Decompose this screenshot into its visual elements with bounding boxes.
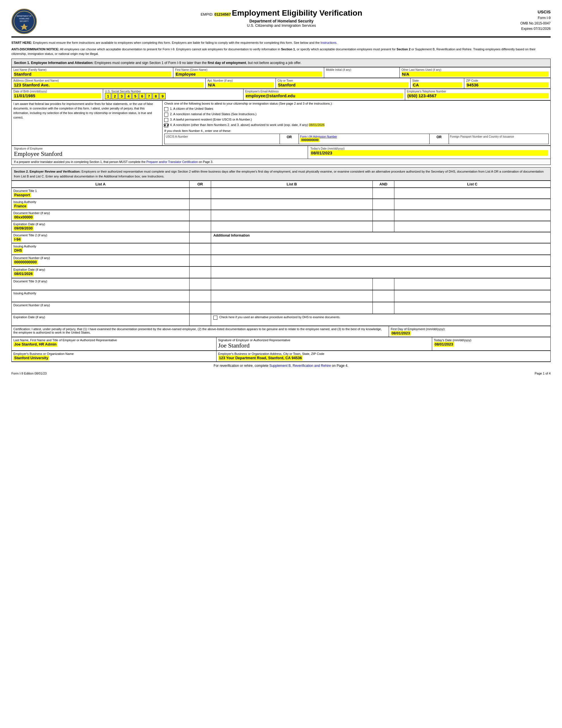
- dob-cell: Date of Birth (mm/dd/yyyy) 11/01/1985: [12, 89, 103, 100]
- issuing3-table: Issuing Authority: [11, 290, 551, 302]
- agency-name: U.S. Citizenship and Immigration Service…: [43, 23, 520, 28]
- issuing3-value: [13, 295, 188, 301]
- email-value: employee@stanford.edu: [245, 93, 403, 98]
- dob-ssn-row-table: Date of Birth (mm/dd/yyyy) 11/01/1985 U.…: [11, 89, 551, 100]
- docnum1-listc-cell: [394, 210, 550, 221]
- docnum1-table: Document Number (if any) 00xx00000: [11, 210, 551, 221]
- page-footer: Form I-9 Edition 08/01/23 Page 1 of 4: [11, 372, 551, 375]
- doc2-title-value: I-94: [13, 237, 21, 242]
- uscis-a-label: USCIS A-Number: [166, 135, 279, 138]
- preparer-note: If a preparer and/or translator assisted…: [11, 159, 551, 165]
- expiry1-table: Expiration Date (if any) 09/09/2030: [11, 221, 551, 232]
- section2-header: Section 2. Employer Review and Verificat…: [11, 167, 551, 181]
- ssn-boxes: 1 2 3 4 5 6 7 8 9: [105, 93, 241, 99]
- ssn-digit-8: 8: [153, 93, 159, 99]
- last-name-cell: Last Name (Family Name) Stanford: [12, 67, 173, 78]
- issuing3-cell: Issuing Authority: [12, 290, 190, 302]
- additional-info-content: [211, 243, 550, 255]
- employer-sig-value: Joe Stanford: [218, 342, 250, 349]
- omb-number: OMB No.1615-0047: [520, 21, 551, 26]
- or2-label: OR: [429, 134, 449, 144]
- middle-initial-cell: Middle Initial (if any): [324, 67, 400, 78]
- docnum3-value: [13, 307, 188, 313]
- first-name-value: Employee: [175, 71, 322, 77]
- docnum3-label: Document Number (if any): [13, 303, 50, 307]
- state-label: State: [412, 79, 462, 82]
- issuing1-value: France: [13, 204, 27, 208]
- checkbox1[interactable]: [164, 107, 168, 111]
- uscis-a-value: [166, 138, 279, 143]
- empid-label: EMPID:: [201, 12, 214, 16]
- issuing3-listb-cell: [211, 290, 372, 302]
- or-mid-10: [190, 290, 211, 302]
- header-right: USCIS Form I-9 OMB No.1615-0047 Expires …: [520, 9, 551, 32]
- list-a-header: List A: [12, 181, 190, 188]
- header-center: EMPID: 01234567 Employment Eligibility V…: [43, 9, 520, 28]
- email-label: Employee's Email Address: [245, 90, 403, 93]
- employer-sig-table: Last Name, First Name and Title of Emplo…: [11, 337, 551, 351]
- form94-cell: Form I-94 Admission Number 0000000000: [299, 134, 430, 144]
- and-mid-2: [372, 199, 394, 210]
- ssn-digit-2: 2: [112, 93, 118, 99]
- uscis-a-cell: USCIS A-Number: [165, 134, 280, 144]
- expiry1-listc-cell: [394, 221, 550, 232]
- empid-value: 01234567: [215, 12, 231, 16]
- checkbox3-row: 3. A lawful permanent resident (Enter US…: [164, 118, 549, 122]
- last-name-value: Stanford: [13, 71, 171, 77]
- or-mid-2: [190, 199, 211, 210]
- issuing2-cell: Issuing Authority DHS: [12, 243, 190, 255]
- docnum2-cell: Document Number (if any) 00000000000: [12, 255, 190, 266]
- address-row-table: Address (Street Number and Name) 123 Sta…: [11, 78, 551, 89]
- attestation-instruction: Check one of the following boxes to atte…: [164, 102, 549, 105]
- expiry2-cell: Expiration Date (if any) 08/01/2026: [12, 267, 190, 278]
- city-value: Stanford: [278, 82, 408, 88]
- preparer-link[interactable]: Preparer and/or Translator Certification: [146, 160, 198, 164]
- employer-name-label: Last Name, First Name and Title of Emplo…: [13, 338, 117, 342]
- phone-value: (650) 123-4567: [407, 93, 549, 98]
- dob-value: 11/01/1985: [13, 93, 101, 98]
- issuing2-value: DHS: [13, 248, 23, 253]
- employer-sig-cell: Signature of Employer or Authorized Repr…: [216, 337, 432, 351]
- expiry3-value: [13, 319, 188, 324]
- attestation-left: I am aware that federal law provides for…: [12, 101, 163, 146]
- and-mid-10: [372, 290, 394, 302]
- expiry3-label: Expiration Date (if any): [13, 315, 45, 319]
- today-date-cell: Today's Date (mm/dd/yyyy) 08/01/2023: [308, 146, 551, 159]
- checkbox1-label: 1. A citizen of the United States: [170, 107, 213, 110]
- checkbox4[interactable]: ✕: [164, 123, 168, 127]
- or-mid-3: [190, 210, 211, 221]
- or-mid-5: [190, 232, 211, 243]
- doc1-listb-cell: [211, 188, 372, 199]
- today-date-label: Today's Date (mm/dd/yyyy): [310, 147, 548, 150]
- other-names-cell: Other Last Names Used (if any) N/A: [399, 67, 550, 78]
- and-separator: AND: [372, 181, 394, 188]
- attestation-table: I am aware that federal law provides for…: [11, 100, 551, 146]
- instructions-link[interactable]: Instructions.: [320, 41, 337, 44]
- section1-header: Section 1. Employee Information and Atte…: [11, 59, 551, 67]
- and-mid-3: [372, 210, 394, 221]
- checkbox3[interactable]: [164, 118, 168, 122]
- first-day-cell: First Day of Employment (mm/dd/yyyy): 08…: [389, 326, 550, 337]
- doc3-table: Document Title 3 (if any): [11, 278, 551, 290]
- doc2-title-cell: Document Title 2 (if any) I-94: [12, 232, 190, 243]
- work-until-date: 08/01/2026: [309, 123, 324, 127]
- alt-procedure-checkbox[interactable]: [214, 316, 217, 320]
- address-label: Address (Street Number and Name): [13, 79, 204, 82]
- zip-cell: ZIP Code 94536: [464, 78, 551, 89]
- issuing2-label: Issuing Authority: [13, 245, 36, 248]
- passport-label: Foreign Passport Number and Country of I…: [450, 135, 548, 138]
- docnum1-cell: Document Number (if any) 00xx00000: [12, 210, 190, 221]
- supplement-b-link[interactable]: Supplement B, Reverification and Rehire: [270, 364, 331, 368]
- checkbox4-label: 4. A noncitizen (other than Item Numbers…: [170, 123, 324, 127]
- zip-value: 94536: [466, 82, 549, 88]
- ssn-digit-3: 3: [119, 93, 125, 99]
- alt-procedure-text: Check here if you used an alternative pr…: [219, 315, 340, 319]
- passport-cell: Foreign Passport Number and Country of I…: [449, 134, 549, 144]
- doc1-title-label: Document Title 1: [13, 189, 37, 193]
- docnum1-listb-cell: [211, 210, 372, 221]
- doc3-listc-cell: [394, 278, 550, 290]
- checkbox2[interactable]: [164, 113, 168, 117]
- expiry1-label: Expiration Date (if any): [13, 222, 45, 226]
- or-mid-4: [190, 221, 211, 232]
- issuing1-cell: Issuing Authority France: [12, 199, 190, 210]
